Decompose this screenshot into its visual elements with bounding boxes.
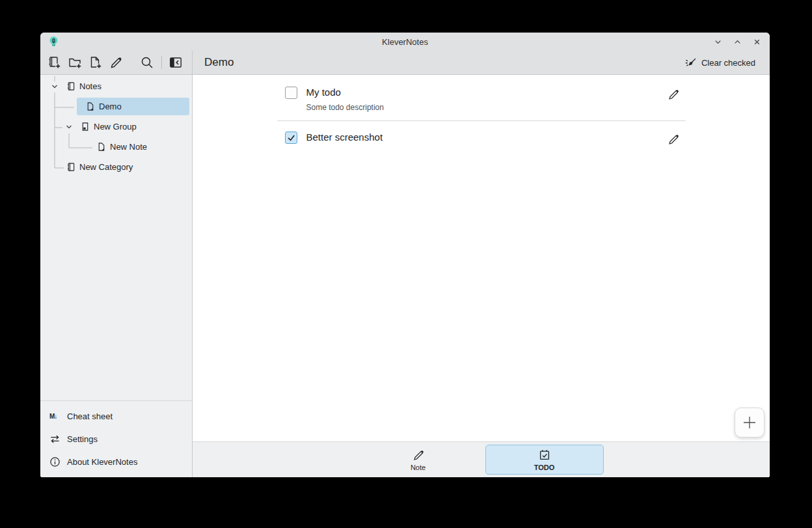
group-icon xyxy=(79,122,90,132)
todo-title: My todo xyxy=(306,86,665,98)
note-icon xyxy=(96,142,106,152)
todo-check-icon xyxy=(538,449,551,462)
header-row: Demo Clear checked xyxy=(40,51,770,75)
edit-todo-pencil-icon[interactable] xyxy=(665,86,682,103)
notebook-icon xyxy=(65,81,75,92)
sidebar-item-demo[interactable]: Demo xyxy=(40,96,192,117)
sidebar-toolbar xyxy=(40,51,193,74)
maximize-button[interactable] xyxy=(732,36,742,47)
broom-icon xyxy=(684,57,697,69)
notes-tree: Notes Demo xyxy=(40,75,192,400)
about-label: About KleverNotes xyxy=(67,457,137,467)
clear-checked-label: Clear checked xyxy=(701,58,755,68)
page-title: Demo xyxy=(204,56,234,69)
markdown-icon: M↓ xyxy=(49,413,61,420)
info-icon xyxy=(49,456,61,467)
add-todo-button[interactable] xyxy=(735,408,765,438)
new-note-button[interactable] xyxy=(87,53,103,72)
about-button[interactable]: About KleverNotes xyxy=(40,451,192,473)
sidebar: Notes Demo xyxy=(40,75,193,477)
window-title: KleverNotes xyxy=(40,37,770,47)
todo-title: Better screenshot xyxy=(306,131,665,143)
toolbar-separator xyxy=(161,56,162,69)
notebook-icon xyxy=(65,162,75,173)
tab-todo[interactable]: TODO xyxy=(485,445,604,475)
tab-note-label: Note xyxy=(411,464,426,471)
chevron-down-icon[interactable] xyxy=(64,122,74,132)
new-group-button[interactable] xyxy=(66,53,83,72)
settings-button[interactable]: Settings xyxy=(40,428,192,451)
clear-checked-button[interactable]: Clear checked xyxy=(681,54,759,72)
tab-todo-label: TODO xyxy=(534,464,555,471)
klevernotes-window: KleverNotes xyxy=(40,33,770,477)
app-logo-lightbulb-icon xyxy=(48,36,59,48)
pencil-icon xyxy=(412,449,425,462)
todo-checkbox-checked[interactable] xyxy=(285,132,297,144)
sidebar-item-notes[interactable]: Notes xyxy=(40,76,192,96)
view-switcher: Note TODO xyxy=(193,441,770,477)
settings-label: Settings xyxy=(67,434,98,444)
close-button[interactable] xyxy=(751,36,762,47)
titlebar[interactable]: KleverNotes xyxy=(40,33,770,51)
note-icon xyxy=(85,102,95,112)
cheat-sheet-label: Cheat sheet xyxy=(67,411,113,421)
todo-description: Some todo description xyxy=(306,103,665,112)
todo-row: My todo Some todo description xyxy=(277,76,686,121)
search-button[interactable] xyxy=(139,53,156,72)
page-header: Demo Clear checked xyxy=(193,51,770,74)
sidebar-item-new-category[interactable]: New Category xyxy=(40,157,192,177)
main-area: My todo Some todo description xyxy=(193,75,770,477)
new-category-button[interactable] xyxy=(46,53,62,72)
todo-row: Better screenshot xyxy=(277,121,686,156)
collapse-sidebar-button[interactable] xyxy=(167,53,184,72)
sidebar-item-new-note[interactable]: New Note xyxy=(40,137,192,157)
tab-note[interactable]: Note xyxy=(359,445,478,475)
selected-item-highlight: Demo xyxy=(77,98,189,115)
todo-checkbox-unchecked[interactable] xyxy=(285,87,297,99)
minimize-button[interactable] xyxy=(712,36,723,47)
cheat-sheet-button[interactable]: M↓ Cheat sheet xyxy=(40,405,192,428)
rename-pencil-button[interactable] xyxy=(107,53,124,72)
edit-todo-pencil-icon[interactable] xyxy=(665,131,682,148)
sidebar-item-new-group[interactable]: New Group xyxy=(40,117,192,137)
chevron-down-icon[interactable] xyxy=(49,81,60,92)
settings-icon xyxy=(49,434,61,445)
sidebar-footer: M↓ Cheat sheet Settings xyxy=(40,401,192,477)
todo-list: My todo Some todo description xyxy=(193,75,770,441)
